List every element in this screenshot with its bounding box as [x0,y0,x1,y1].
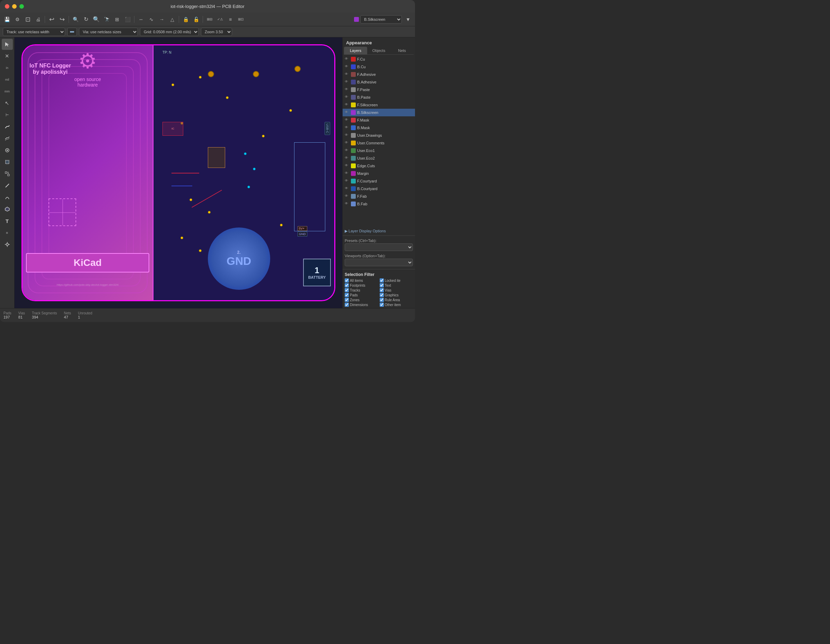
layer-fcu[interactable]: 👁 F.Cu [342,55,415,63]
zoom-fit-button[interactable]: ⊞ [112,14,122,24]
sel-dimensions-check[interactable] [345,302,349,307]
layer-margin[interactable]: 👁 Margin [342,170,415,177]
mm-tool[interactable]: mm [2,86,13,97]
layer-fadhesive[interactable]: 👁 F.Adhesive [342,71,415,78]
sel-rule-area-check[interactable] [380,298,384,302]
sel-locked-check[interactable] [380,278,384,283]
sel-pads-check[interactable] [345,293,349,297]
layer-eye-bpaste[interactable]: 👁 [345,95,350,100]
track-mode-button[interactable] [67,28,77,36]
tab-objects[interactable]: Objects [367,47,390,54]
drc-button[interactable]: ✓⚠ [215,14,225,24]
route-diff-tool[interactable] [2,133,13,144]
minimize-button[interactable] [12,4,17,9]
layer-eye-bcourtyard[interactable]: 👁 [345,186,350,191]
route-button[interactable]: ∿ [147,14,156,24]
presets-select[interactable] [345,244,413,251]
pcb-canvas[interactable]: IoT NFC Logger by apolisskyi ⚙ open sour… [14,37,342,308]
layer-eye-fpaste[interactable]: 👁 [345,87,350,92]
sel-tracks-check[interactable] [345,288,349,292]
layer-eye-usercomments[interactable]: 👁 [345,141,350,146]
place-text-tool[interactable]: T [2,215,13,226]
layer-eye-bsilkscreen[interactable]: 👁 [345,110,350,115]
unlock-button[interactable]: 🔓 [191,14,201,24]
layer-dropdown-button[interactable]: ▼ [403,14,413,24]
cut-tool[interactable]: ⊢ [2,109,13,120]
layer-usereco1[interactable]: 👁 User.Eco1 [342,147,415,154]
layer-ffab[interactable]: 👁 F.Fab [342,193,415,200]
arrow-button[interactable]: → [157,14,166,24]
layer-display-options[interactable]: ▶ Layer Display Options [342,228,415,234]
draw-line-tool[interactable] [2,180,13,191]
maximize-button[interactable] [19,4,24,9]
tab-layers[interactable]: Layers [344,47,367,54]
zoom-window-button[interactable]: ⬛ [123,14,132,24]
layer-fmask[interactable]: 👁 F.Mask [342,116,415,124]
layer-usereco2[interactable]: 👁 User.Eco2 [342,154,415,162]
window-controls[interactable] [5,4,24,9]
zone-tool[interactable] [2,157,13,168]
layer-eye-fmask[interactable]: 👁 [345,118,350,123]
layer-eye-edgecuts[interactable]: 👁 [345,163,350,168]
layer-userdrawings[interactable]: 👁 User.Drawings [342,131,415,139]
layer-eye-usereco1[interactable]: 👁 [345,148,350,153]
active-layer-select[interactable]: B.Silkscreen [360,15,402,24]
lock-button[interactable]: 🔒 [181,14,190,24]
add-via-tool[interactable] [2,145,13,156]
layer-eye-margin[interactable]: 👁 [345,171,350,176]
grid-select[interactable]: Grid: 0.0508 mm (2.00 mils) [140,28,199,36]
sel-all-items-check[interactable] [345,278,349,283]
layer-edgecuts[interactable]: 👁 Edge.Cuts [342,162,415,170]
print-button[interactable]: 🖨 [33,14,43,24]
zoom-in-button[interactable]: 🔍 [92,14,101,24]
layer-eye-bfab[interactable]: 👁 [345,201,350,206]
layer-eye-fadhesive[interactable]: 👁 [345,72,350,77]
layer-bmask[interactable]: 👁 B.Mask [342,124,415,131]
board-setup-button[interactable]: ⊞⊟ [205,14,214,24]
sel-zones-check[interactable] [345,298,349,302]
pcb-board[interactable]: IoT NFC Logger by apolisskyi ⚙ open sour… [22,44,335,301]
flip-button[interactable]: ↔ [136,14,146,24]
place-footprint-tool[interactable] [2,168,13,179]
layer-eye-bcu[interactable]: 👁 [345,65,350,69]
select-tool[interactable] [2,39,13,50]
find-button[interactable]: 🔍 [71,14,80,24]
layer-bcourtyard[interactable]: 👁 B.Courtyard [342,185,415,193]
settings-button[interactable]: ⚙ [13,14,22,24]
layer-bpaste[interactable]: 👁 B.Paste [342,93,415,101]
mil-tool[interactable]: mil [2,74,13,85]
layer-eye-bmask[interactable]: 👁 [345,125,350,130]
arrow-tool[interactable]: ↖ [2,98,13,109]
save-button[interactable]: 💾 [2,14,12,24]
layer-eye-badhesive[interactable]: 👁 [345,80,350,84]
dimension-tool[interactable]: ≡ [2,227,13,238]
sel-graphics-check[interactable] [380,293,384,297]
layer-eye-usereco2[interactable]: 👁 [345,156,350,161]
redo-button[interactable]: ↪ [57,14,67,24]
undo-button[interactable]: ↩ [47,14,57,24]
layer-eye-fcourtyard[interactable]: 👁 [345,179,350,184]
layer-fcourtyard[interactable]: 👁 F.Courtyard [342,177,415,185]
copy-button[interactable]: ⊡ [23,14,33,24]
layer-usercomments[interactable]: 👁 User.Comments [342,139,415,147]
zoom-out-button[interactable]: 🔭 [102,14,112,24]
netinspect-button[interactable]: ⊞⊡ [236,14,246,24]
via-size-select[interactable]: Via: use netclass sizes [79,28,138,36]
layer-badhesive[interactable]: 👁 B.Adhesive [342,78,415,86]
layer-fpaste[interactable]: 👁 F.Paste [342,86,415,93]
3d-view-tool[interactable] [2,204,13,215]
tab-nets[interactable]: Nets [390,47,413,54]
escape-tool[interactable]: ✕ [2,51,13,62]
zoom-select[interactable]: Zoom 3.50 [201,28,232,36]
refresh-button[interactable]: ↻ [81,14,91,24]
sel-text-check[interactable] [380,283,384,287]
layer-eye-fsilkscreen[interactable]: 👁 [345,103,350,107]
inspect-tool[interactable]: in [2,62,13,73]
sel-other-check[interactable] [380,302,384,307]
layer-bfab[interactable]: 👁 B.Fab [342,200,415,208]
layer-eye-ffab[interactable]: 👁 [345,194,350,199]
layer-eye-userdrawings[interactable]: 👁 [345,133,350,138]
route-track-tool[interactable] [2,121,13,132]
sel-vias-check[interactable] [380,288,384,292]
measure-button[interactable]: △ [167,14,177,24]
